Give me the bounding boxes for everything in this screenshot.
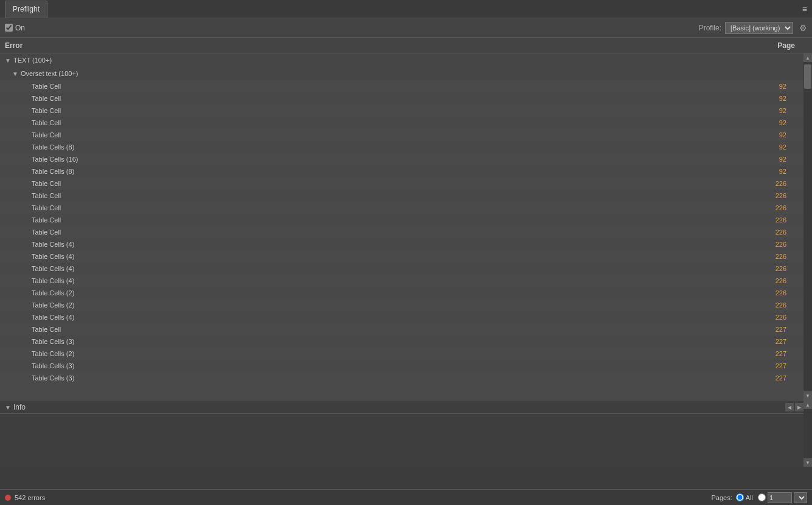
profile-select[interactable]: [Basic] (working) bbox=[725, 22, 793, 34]
on-checkbox-input[interactable] bbox=[5, 24, 13, 32]
item-label: Table Cell bbox=[32, 119, 61, 126]
error-dot-icon bbox=[5, 495, 11, 501]
all-pages-label: All bbox=[746, 494, 753, 501]
column-headers: Error Page bbox=[0, 38, 812, 53]
item-page: 92 bbox=[768, 168, 786, 175]
item-page: 226 bbox=[768, 289, 786, 297]
item-page: 226 bbox=[768, 277, 786, 284]
item-page: 227 bbox=[768, 350, 786, 357]
tree-item-row[interactable]: Table Cells (3) 227 bbox=[0, 360, 803, 372]
info-scrollbar-down[interactable]: ▼ bbox=[803, 458, 812, 467]
item-label: Table Cell bbox=[32, 192, 61, 199]
profile-settings-icon[interactable]: ⚙ bbox=[799, 23, 807, 33]
item-page: 226 bbox=[768, 265, 786, 272]
item-label: Table Cells (4) bbox=[32, 253, 74, 260]
panel-header: Preflight ≡ bbox=[0, 0, 812, 18]
group-label: TEXT (100+) bbox=[13, 57, 52, 64]
item-label: Table Cells (2) bbox=[32, 350, 74, 357]
scrollbar-thumb[interactable] bbox=[804, 64, 811, 89]
profile-label: Profile: bbox=[699, 24, 721, 32]
main-scrollbar: ▲ ▼ bbox=[803, 53, 812, 400]
tree-item-row[interactable]: Table Cell 92 bbox=[0, 129, 803, 141]
item-label: Table Cells (4) bbox=[32, 277, 74, 284]
panel-tab-label: Preflight bbox=[13, 5, 40, 13]
page-dropdown[interactable] bbox=[794, 492, 807, 503]
tree-item-row[interactable]: Table Cells (8) 92 bbox=[0, 165, 803, 177]
tree-item-row[interactable]: Table Cells (2) 226 bbox=[0, 299, 803, 311]
subgroup-chevron-icon: ▼ bbox=[12, 70, 18, 77]
tree-item-row[interactable]: Table Cell 226 bbox=[0, 226, 803, 238]
item-label: Table Cell bbox=[32, 107, 61, 114]
all-pages-radio[interactable]: All bbox=[736, 493, 753, 501]
item-label: Table Cell bbox=[32, 326, 61, 333]
scrollbar-up-button[interactable]: ▲ bbox=[803, 53, 812, 62]
scrollbar-down-button[interactable]: ▼ bbox=[803, 391, 812, 400]
item-label: Table Cell bbox=[32, 216, 61, 224]
on-label: On bbox=[15, 24, 25, 32]
tree-item-row[interactable]: Table Cells (4) 226 bbox=[0, 250, 803, 263]
tree-item-row[interactable]: Table Cell 92 bbox=[0, 105, 803, 117]
on-toggle[interactable]: On bbox=[5, 24, 25, 32]
item-page: 226 bbox=[768, 301, 786, 309]
tree-subgroup-overset[interactable]: ▼ Overset text (100+) bbox=[0, 67, 803, 80]
tree-item-row[interactable]: Table Cells (8) 92 bbox=[0, 141, 803, 153]
item-page: 92 bbox=[768, 143, 786, 151]
tree-item-row[interactable]: Table Cell 227 bbox=[0, 323, 803, 335]
item-page: 226 bbox=[768, 228, 786, 236]
tree-item-row[interactable]: Table Cells (4) 226 bbox=[0, 238, 803, 250]
tree-item-row[interactable]: Table Cells (2) 226 bbox=[0, 287, 803, 299]
item-label: Table Cell bbox=[32, 131, 61, 139]
item-label: Table Cell bbox=[32, 204, 61, 211]
item-label: Table Cells (4) bbox=[32, 241, 74, 248]
info-scrollbar: ▲ ▼ bbox=[803, 400, 812, 467]
panel-menu-icon[interactable]: ≡ bbox=[802, 4, 807, 14]
item-page: 92 bbox=[768, 95, 786, 102]
tree-item-row[interactable]: Table Cells (4) 226 bbox=[0, 275, 803, 287]
info-prev-button[interactable]: ◀ bbox=[785, 403, 794, 411]
panel-tab[interactable]: Preflight bbox=[5, 1, 47, 18]
item-label: Table Cell bbox=[32, 83, 61, 90]
tree-item-row[interactable]: Table Cells (2) 227 bbox=[0, 348, 803, 360]
item-page: 92 bbox=[768, 156, 786, 163]
info-chevron-icon: ▼ bbox=[5, 404, 11, 410]
tree-item-row[interactable]: Table Cells (3) 227 bbox=[0, 335, 803, 348]
item-label: Table Cells (3) bbox=[32, 374, 74, 382]
info-scrollbar-up[interactable]: ▲ bbox=[803, 400, 812, 409]
item-page: 227 bbox=[768, 362, 786, 369]
page-number-input[interactable] bbox=[768, 492, 792, 503]
single-page-radio[interactable] bbox=[758, 492, 807, 503]
tree-item-row[interactable]: Table Cell 226 bbox=[0, 214, 803, 226]
item-label: Table Cells (8) bbox=[32, 143, 74, 151]
tree-item-row[interactable]: Table Cells (4) 226 bbox=[0, 263, 803, 275]
tree-group-text[interactable]: ▼ TEXT (100+) bbox=[0, 53, 803, 67]
item-page: 226 bbox=[768, 216, 786, 224]
item-label: Table Cells (3) bbox=[32, 362, 74, 369]
pages-area: Pages: All bbox=[712, 492, 807, 503]
tree-item-row[interactable]: Table Cell 92 bbox=[0, 80, 803, 92]
tree-item-row[interactable]: Table Cell 226 bbox=[0, 177, 803, 190]
profile-area: Profile: [Basic] (working) ⚙ bbox=[699, 22, 807, 34]
tree-item-row[interactable]: Table Cells (3) 227 bbox=[0, 372, 803, 384]
item-label: Table Cell bbox=[32, 95, 61, 102]
error-column-header: Error bbox=[5, 41, 23, 50]
error-count-text: 542 errors bbox=[15, 494, 45, 501]
item-label: Table Cell bbox=[32, 180, 61, 187]
tree-item-row[interactable]: Table Cell 226 bbox=[0, 202, 803, 214]
item-page: 227 bbox=[768, 374, 786, 382]
item-page: 226 bbox=[768, 314, 786, 321]
tree-item-row[interactable]: Table Cell 92 bbox=[0, 92, 803, 105]
info-next-button[interactable]: ▶ bbox=[795, 403, 803, 411]
item-label: Table Cells (8) bbox=[32, 168, 74, 175]
item-page: 92 bbox=[768, 107, 786, 114]
tree-item-row[interactable]: Table Cells (4) 226 bbox=[0, 311, 803, 323]
tree-item-row[interactable]: Table Cells (16) 92 bbox=[0, 153, 803, 165]
tree-item-row[interactable]: Table Cell 92 bbox=[0, 117, 803, 129]
error-count-area: 542 errors bbox=[5, 494, 45, 501]
item-page: 227 bbox=[768, 338, 786, 345]
main-content: ▼ TEXT (100+) ▼ Overset text (100+) Tabl… bbox=[0, 53, 812, 400]
item-page: 92 bbox=[768, 119, 786, 126]
item-page: 226 bbox=[768, 192, 786, 199]
item-label: Table Cells (16) bbox=[32, 156, 78, 163]
toolbar-row: On Profile: [Basic] (working) ⚙ bbox=[0, 18, 812, 38]
tree-item-row[interactable]: Table Cell 226 bbox=[0, 190, 803, 202]
